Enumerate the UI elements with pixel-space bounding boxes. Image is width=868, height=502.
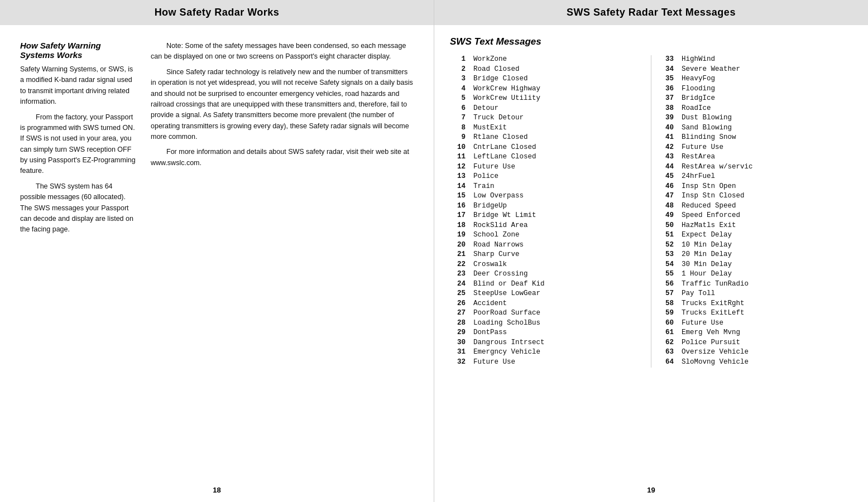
row-number: 59	[658, 309, 674, 317]
row-number: 52	[658, 241, 674, 249]
row-label: Bridge Closed	[473, 75, 528, 83]
table-row: 3Bridge Closed	[450, 75, 644, 83]
table-row: 13Police	[450, 172, 644, 180]
row-label: 20 Min Delay	[682, 250, 732, 258]
row-label: RoadIce	[682, 104, 711, 112]
right-page-content: SWS Text Messages 1WorkZone2Road Closed3…	[434, 25, 868, 486]
row-label: Speed Enforced	[682, 211, 740, 219]
row-number: 64	[658, 358, 674, 366]
row-label: Trucks ExitRght	[682, 300, 745, 307]
row-number: 47	[658, 192, 674, 200]
table-row: 60Future Use	[658, 319, 852, 327]
table-row: 26Accident	[450, 300, 644, 307]
row-label: Low Overpass	[473, 192, 524, 200]
table-row: 36Flooding	[658, 85, 852, 93]
row-label: Expect Delay	[682, 231, 732, 239]
row-number: 13	[450, 172, 466, 180]
row-label: Police	[473, 172, 498, 180]
row-number: 63	[658, 348, 674, 356]
row-label: Insp Stn Open	[682, 182, 736, 190]
row-label: Loading ScholBus	[473, 319, 540, 327]
row-label: Bridge Wt Limit	[473, 211, 536, 219]
table-row: 5WorkCrew Utility	[450, 94, 644, 102]
row-number: 2	[450, 65, 466, 73]
row-number: 25	[450, 289, 466, 297]
table-row: 61Emerg Veh Mvng	[658, 329, 852, 336]
left-page-header: How Safety Radar Works	[0, 0, 434, 25]
row-number: 38	[658, 104, 674, 112]
table-row: 63Oversize Vehicle	[658, 348, 852, 356]
table-row: 16BridgeUp	[450, 202, 644, 210]
row-number: 57	[658, 289, 674, 297]
row-number: 9	[450, 133, 466, 141]
left-column: How Safety Warning Systems Works Safety …	[20, 41, 137, 475]
row-number: 40	[658, 124, 674, 132]
table-row: 30Dangrous Intrsect	[450, 339, 644, 346]
row-label: BridgIce	[682, 94, 715, 102]
row-label: HeavyFog	[682, 75, 715, 83]
table-row: 25SteepUse LowGear	[450, 289, 644, 297]
table-row: 56Traffic TunRadio	[658, 280, 852, 288]
section-title: How Safety Warning Systems Works	[20, 41, 137, 60]
row-number: 15	[450, 192, 466, 200]
row-number: 8	[450, 124, 466, 132]
row-label: Future Use	[473, 358, 515, 366]
left-page-content: How Safety Warning Systems Works Safety …	[0, 25, 434, 486]
row-label: 10 Min Delay	[682, 241, 732, 249]
row-label: School Zone	[473, 231, 520, 239]
row-number: 30	[450, 339, 466, 346]
table-row: 40Sand Blowing	[658, 124, 852, 132]
row-label: BridgeUp	[473, 202, 507, 210]
row-label: Croswalk	[473, 260, 507, 268]
table-row: 39Dust Blowing	[658, 114, 852, 122]
table-row: 28Loading ScholBus	[450, 319, 644, 327]
table-row: 24Blind or Deaf Kid	[450, 280, 644, 288]
row-label: Insp Stn Closed	[682, 192, 745, 200]
row-number: 26	[450, 300, 466, 307]
row-label: 24hrFuel	[682, 172, 715, 180]
row-label: Severe Weather	[682, 65, 740, 73]
row-label: Reduced Speed	[682, 202, 736, 210]
table-row: 41Blinding Snow	[658, 133, 852, 141]
row-number: 51	[658, 231, 674, 239]
row-label: 1 Hour Delay	[682, 270, 732, 278]
table-row: 38RoadIce	[658, 104, 852, 112]
table-row: 34Severe Weather	[658, 65, 852, 73]
row-label: Dangrous Intrsect	[473, 339, 545, 346]
row-label: RestArea w/servic	[682, 163, 753, 171]
table-row: 31Emergncy Vehicle	[450, 348, 644, 356]
row-label: LeftLane Closed	[473, 153, 536, 161]
table-row: 1WorkZone	[450, 55, 644, 63]
col-divider	[651, 55, 651, 368]
row-label: RestArea	[682, 153, 715, 161]
row-number: 12	[450, 163, 466, 171]
row-label: Emergncy Vehicle	[473, 348, 540, 356]
left-page: How Safety Radar Works How Safety Warnin…	[0, 0, 434, 502]
row-number: 61	[658, 329, 674, 336]
row-label: Trucks ExitLeft	[682, 309, 745, 317]
row-label: MustExit	[473, 124, 507, 132]
row-label: SloMovng Vehicle	[682, 358, 749, 366]
table-row: 59Trucks ExitLeft	[658, 309, 852, 317]
table-row: 57Pay Toll	[658, 289, 852, 297]
row-label: Police Pursuit	[682, 339, 740, 346]
table-row: 5430 Min Delay	[658, 260, 852, 268]
table-row: 27PoorRoad Surface	[450, 309, 644, 317]
table-row: 4524hrFuel	[658, 172, 852, 180]
table-row: 37BridgIce	[658, 94, 852, 102]
row-number: 41	[658, 133, 674, 141]
row-label: Sand Blowing	[682, 124, 732, 132]
table-row: 551 Hour Delay	[658, 270, 852, 278]
row-number: 16	[450, 202, 466, 210]
row-label: PoorRoad Surface	[473, 309, 540, 317]
row-label: Rtlane Closed	[473, 133, 528, 141]
row-label: Accident	[473, 300, 507, 307]
page-number-left: 18	[0, 486, 434, 502]
table-row: 10CntrLane Closed	[450, 143, 644, 151]
row-number: 6	[450, 104, 466, 112]
row-number: 24	[450, 280, 466, 288]
row-number: 60	[658, 319, 674, 327]
row-number: 42	[658, 143, 674, 151]
table-row: 50HazMatls Exit	[658, 221, 852, 229]
row-number: 10	[450, 143, 466, 151]
